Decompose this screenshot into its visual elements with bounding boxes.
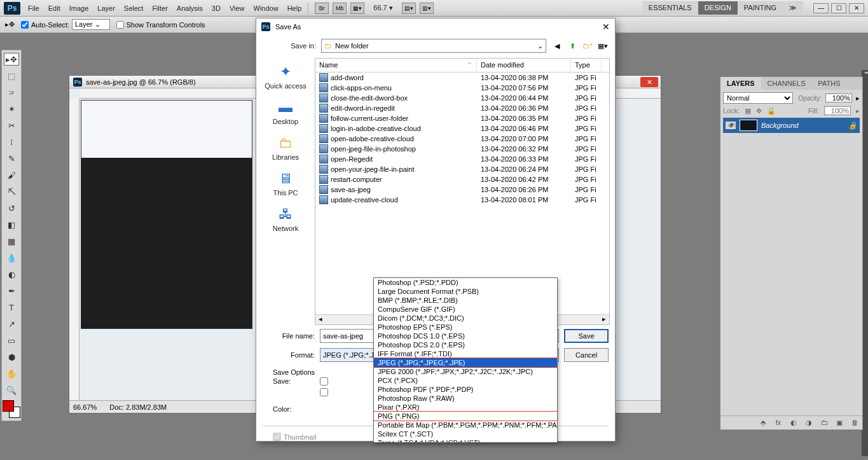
- visibility-icon[interactable]: 👁: [726, 122, 736, 129]
- layer-thumbnail[interactable]: [740, 120, 757, 131]
- tab-paths[interactable]: PATHS: [812, 77, 847, 90]
- pen-tool[interactable]: ✒: [4, 284, 19, 297]
- format-option[interactable]: JPEG (*.JPG;*.JPEG;*.JPE): [374, 358, 557, 367]
- format-option[interactable]: Dicom (*.DCM;*.DC3;*.DIC): [374, 314, 557, 323]
- col-name[interactable]: Name ⌃: [315, 59, 477, 72]
- format-option[interactable]: Large Document Format (*.PSB): [374, 287, 557, 296]
- back-icon[interactable]: ◀: [551, 40, 563, 52]
- zoom-level[interactable]: 66.7 ▾: [368, 4, 397, 12]
- arrange-icon[interactable]: ▤▾: [402, 3, 416, 14]
- file-row[interactable]: login-in-adobe-creative-cloud13-04-2020 …: [315, 123, 609, 134]
- format-option[interactable]: Photoshop PDF (*.PDF;*.PDP): [374, 385, 557, 394]
- col-date[interactable]: Date modified: [477, 59, 571, 72]
- zoom-tool[interactable]: 🔍: [4, 384, 19, 396]
- 3d-tool[interactable]: ⬢: [4, 351, 19, 363]
- gradient-tool[interactable]: ▦: [4, 235, 19, 247]
- menu-help[interactable]: Help: [287, 4, 302, 12]
- auto-select-checkbox[interactable]: [21, 21, 29, 29]
- shape-tool[interactable]: ▭: [4, 334, 19, 347]
- show-transform-check[interactable]: Show Transform Controls: [116, 21, 205, 29]
- menu-edit[interactable]: Edit: [48, 4, 60, 12]
- format-option[interactable]: Photoshop DCS 1.0 (*.EPS): [374, 331, 557, 340]
- dodge-tool[interactable]: ◐: [4, 268, 19, 281]
- close-button[interactable]: ✕: [849, 3, 864, 13]
- hand-tool[interactable]: ✋: [4, 367, 19, 380]
- eraser-tool[interactable]: ◧: [4, 218, 19, 231]
- menu-image[interactable]: Image: [69, 4, 89, 12]
- move-tool[interactable]: ▸✥: [4, 53, 19, 66]
- format-option[interactable]: Photoshop EPS (*.EPS): [374, 323, 557, 331]
- workspace-essentials[interactable]: ESSENTIALS: [642, 1, 698, 15]
- col-type[interactable]: Type: [571, 59, 602, 72]
- file-row[interactable]: add-dword13-04-2020 06:38 PMJPG Fi: [315, 73, 609, 83]
- bridge-icon[interactable]: Br: [315, 3, 329, 14]
- menu-select[interactable]: Select: [124, 4, 144, 12]
- blur-tool[interactable]: 💧: [4, 251, 19, 264]
- heal-tool[interactable]: ✎: [4, 152, 19, 165]
- minibridge-icon[interactable]: Mb: [333, 3, 347, 14]
- menu-layer[interactable]: Layer: [97, 4, 115, 12]
- menu-view[interactable]: View: [230, 4, 245, 12]
- auto-select-target[interactable]: Layer ⌄: [72, 19, 110, 30]
- save-button[interactable]: Save: [564, 329, 609, 343]
- dialog-close-button[interactable]: ✕: [602, 22, 610, 32]
- menu-filter[interactable]: Filter: [152, 4, 167, 12]
- format-option[interactable]: Portable Bit Map (*.PBM;*.PGM;*.PPM;*.PN…: [374, 421, 557, 429]
- lasso-tool[interactable]: ⟉: [4, 86, 19, 99]
- opacity-flyout-icon[interactable]: ▸: [856, 94, 860, 102]
- format-option[interactable]: Targa (*.TGA;*.VDA;*.ICB;*.VST): [374, 438, 557, 443]
- adjustment-icon[interactable]: ◑: [804, 419, 814, 427]
- format-option[interactable]: CompuServe GIF (*.GIF): [374, 305, 557, 314]
- blend-mode-select[interactable]: Normal: [723, 92, 793, 104]
- menu-3d[interactable]: 3D: [212, 4, 221, 12]
- minimize-button[interactable]: —: [813, 3, 829, 13]
- file-row[interactable]: save-as-jpeg13-04-2020 06:26 PMJPG Fi: [315, 185, 609, 195]
- new-folder-icon[interactable]: 🗀*: [582, 40, 593, 52]
- cancel-button[interactable]: Cancel: [564, 348, 609, 362]
- format-option[interactable]: Photoshop Raw (*.RAW): [374, 394, 557, 403]
- file-row[interactable]: edit-dword-in-regedit13-04-2020 06:36 PM…: [315, 103, 609, 113]
- file-row[interactable]: open-adobe-creative-cloud13-04-2020 07:0…: [315, 134, 609, 144]
- text-tool[interactable]: T: [4, 301, 19, 314]
- sidebar-desktop[interactable]: ▬Desktop: [273, 99, 298, 125]
- format-option[interactable]: Photoshop (*.PSD;*.PDD): [374, 278, 557, 287]
- auto-select-check[interactable]: Auto-Select: Layer ⌄: [21, 19, 110, 30]
- format-option[interactable]: Scitex CT (*.SCT): [374, 429, 557, 438]
- format-options-list[interactable]: Photoshop (*.PSD;*.PDD)Large Document Fo…: [373, 277, 558, 443]
- show-transform-checkbox[interactable]: [116, 21, 124, 29]
- path-tool[interactable]: ↗: [4, 317, 19, 330]
- eyedropper-tool[interactable]: ⁞: [4, 136, 19, 148]
- opacity-value[interactable]: 100%: [825, 94, 852, 102]
- format-option[interactable]: IFF Format (*.IFF;*.TDI): [374, 349, 557, 358]
- savein-dropdown[interactable]: 🗀 New folder ⌄: [321, 39, 546, 53]
- brush-tool[interactable]: 🖌: [4, 169, 19, 181]
- color-swatches[interactable]: [3, 400, 20, 418]
- file-row[interactable]: update-creative-cloud13-04-2020 08:01 PM…: [315, 195, 609, 205]
- delete-layer-icon[interactable]: 🗑: [850, 419, 860, 427]
- view-menu-icon[interactable]: ▦▾: [597, 40, 609, 52]
- new-layer-icon[interactable]: ▣: [834, 419, 844, 427]
- extras-icon[interactable]: ▥▾: [420, 3, 434, 14]
- status-zoom[interactable]: 66.67%: [73, 403, 97, 411]
- lock-pixels-icon[interactable]: ▦: [745, 107, 751, 115]
- mask-icon[interactable]: ◐: [789, 419, 799, 427]
- lock-position-icon[interactable]: ✥: [756, 107, 762, 115]
- sidebar-this-pc[interactable]: 🖥This PC: [273, 170, 298, 197]
- marquee-tool[interactable]: ⬚: [4, 69, 19, 82]
- workspace-painting[interactable]: PAINTING: [738, 1, 783, 15]
- fill-flyout-icon[interactable]: ▸: [856, 107, 860, 115]
- fill-value[interactable]: 100%: [824, 106, 851, 115]
- link-layers-icon[interactable]: ⬘: [758, 419, 768, 427]
- group-icon[interactable]: 🗀: [819, 419, 829, 427]
- crop-tool[interactable]: ✂: [4, 119, 19, 132]
- wand-tool[interactable]: ✶: [4, 102, 19, 115]
- save-opt-check2[interactable]: [320, 388, 328, 396]
- maximize-button[interactable]: ☐: [831, 3, 846, 13]
- workspace-design[interactable]: DESIGN: [698, 1, 738, 15]
- file-row[interactable]: open-jpeg-file-in-photoshop13-04-2020 06…: [315, 144, 609, 154]
- stamp-tool[interactable]: ⛏: [4, 185, 19, 198]
- fx-icon[interactable]: fx: [773, 419, 783, 427]
- file-row[interactable]: restart-computer13-04-2020 06:42 PMJPG F…: [315, 174, 609, 185]
- format-option[interactable]: BMP (*.BMP;*.RLE;*.DIB): [374, 296, 557, 305]
- up-icon[interactable]: ⬆: [567, 40, 578, 52]
